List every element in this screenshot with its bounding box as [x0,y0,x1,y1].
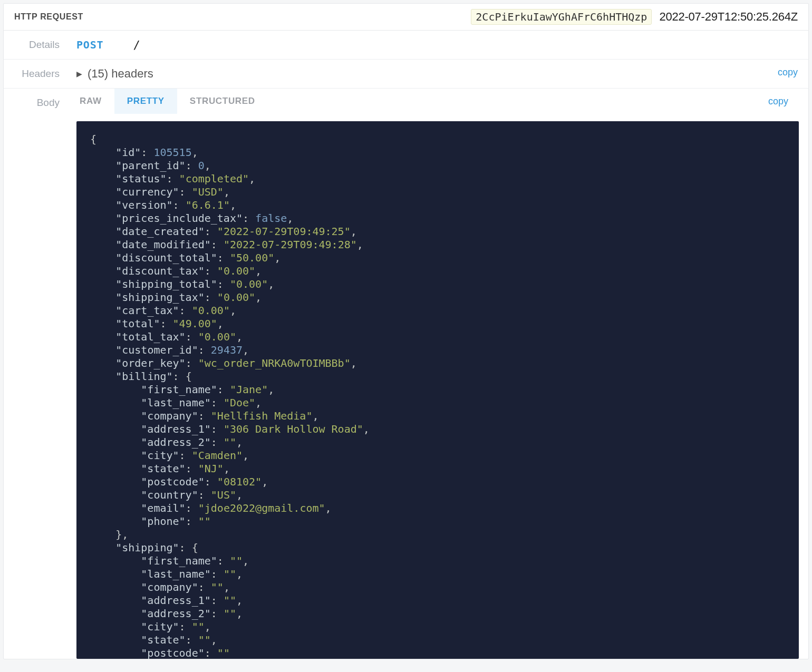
tab-pretty[interactable]: PRETTY [114,89,177,114]
body-row: Body RAW PRETTY STRUCTURED copy { "id": … [4,89,808,659]
details-row: Details POST / [4,31,808,60]
tab-raw[interactable]: RAW [67,89,114,114]
body-label: Body [4,89,67,659]
details-label: Details [4,31,67,59]
details-content: POST / [67,31,808,59]
headers-row: Headers ▶ (15) headers copy [4,60,808,89]
panel-title: HTTP REQUEST [14,12,83,22]
chevron-right-icon: ▶ [76,70,82,78]
panel-header: HTTP REQUEST 2CcPiErkuIawYGhAFrC6hHTHQzp… [4,4,808,31]
http-method: POST [76,38,103,51]
headers-label: Headers [4,60,67,88]
copy-button[interactable]: copy [778,67,798,78]
http-request-panel: HTTP REQUEST 2CcPiErkuIawYGhAFrC6hHTHQzp… [3,3,809,659]
http-path: / [133,38,140,52]
json-body-code[interactable]: { "id": 105515, "parent_id": 0, "status"… [76,121,799,659]
request-id-chip[interactable]: 2CcPiErkuIawYGhAFrC6hHTHQzp [471,9,652,25]
tab-structured[interactable]: STRUCTURED [177,89,268,114]
body-tabs: RAW PRETTY STRUCTURED [67,89,268,114]
headers-count: (15) headers [88,67,153,81]
body-tabs-wrap: RAW PRETTY STRUCTURED copy [76,89,799,114]
headers-toggle[interactable]: ▶ (15) headers [76,67,153,81]
body-content: RAW PRETTY STRUCTURED copy { "id": 10551… [67,89,808,659]
headers-content: ▶ (15) headers copy [67,60,808,88]
copy-button[interactable]: copy [768,96,788,107]
request-timestamp: 2022-07-29T12:50:25.264Z [659,10,798,24]
